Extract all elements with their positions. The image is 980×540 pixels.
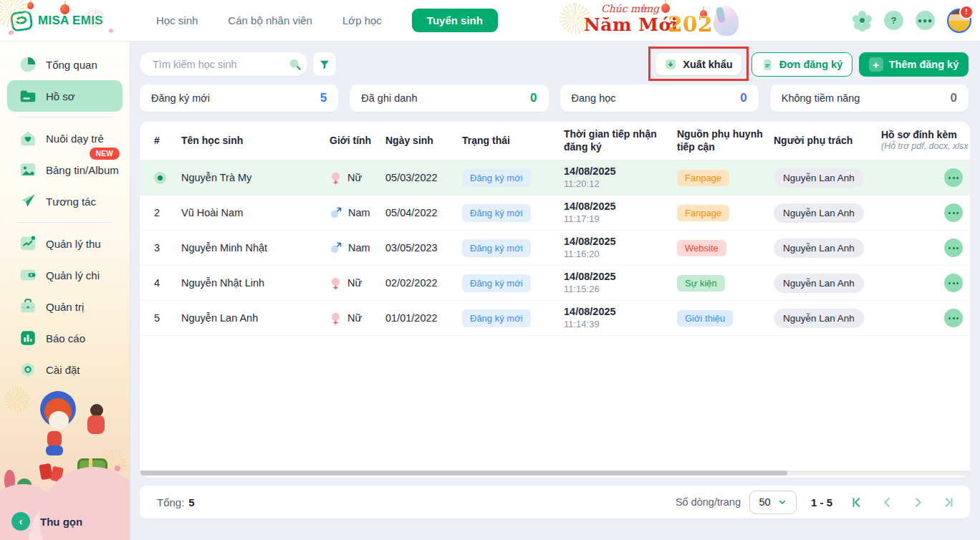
plus-icon: + bbox=[869, 57, 883, 72]
row-actions-button[interactable] bbox=[944, 203, 963, 222]
lantern-decoration bbox=[27, 2, 34, 9]
status-card-studying[interactable]: Đang học 0 bbox=[560, 85, 759, 112]
sidebar-item-bảng-tin-album[interactable]: Bảng tin/AlbumNEW bbox=[7, 154, 123, 185]
date-of-birth: 05/03/2022 bbox=[380, 172, 458, 183]
column-header: Tên học sinh bbox=[176, 135, 319, 148]
attachment-header-note: (Hỗ trợ pdf, docx, xlsx bbox=[881, 141, 970, 153]
registration-time: 11:15:26 bbox=[564, 284, 616, 296]
horizontal-scrollbar[interactable] bbox=[140, 471, 970, 476]
table-row[interactable]: 2Vũ Hoài NamNam05/04/2022Đăng ký mới14/0… bbox=[140, 196, 970, 231]
row-actions-button[interactable] bbox=[944, 168, 963, 187]
assignee-badge: Nguyễn Lan Anh bbox=[774, 168, 864, 188]
notification-badge: ! bbox=[959, 5, 974, 19]
row-actions-button[interactable] bbox=[944, 238, 963, 257]
petal-decoration bbox=[108, 28, 114, 34]
nav-tab[interactable]: Lớp học bbox=[342, 14, 382, 26]
registration-form-button[interactable]: Đơn đăng ký bbox=[751, 52, 852, 77]
rows-per-page-value: 50 bbox=[759, 496, 770, 508]
status-badge: Đăng ký mới bbox=[462, 204, 531, 222]
registration-time-cell: 14/08/202511:17:19 bbox=[559, 200, 673, 226]
table-row[interactable]: 5Nguyễn Lan AnhNữ01/01/2022Đăng ký mới14… bbox=[140, 301, 970, 336]
student-name[interactable]: Nguyễn Lan Anh bbox=[176, 312, 319, 324]
sidebar-collapse-button[interactable]: ‹ Thu gọn bbox=[0, 508, 130, 534]
table-row[interactable]: 4Nguyễn Nhật LinhNữ02/02/2022Đăng ký mới… bbox=[140, 266, 970, 301]
lion-dance-illustration bbox=[49, 411, 69, 430]
status-card-enrolled[interactable]: Đã ghi danh 0 bbox=[350, 85, 548, 112]
greeting-line1: Chúc mừng bbox=[601, 3, 659, 14]
status-cards: Đăng ký mới 5 Đã ghi danh 0 Đang học 0 K… bbox=[140, 85, 969, 112]
registration-date: 14/08/2025 bbox=[564, 235, 616, 249]
date-of-birth: 05/04/2022 bbox=[380, 207, 458, 218]
bar-chart-icon bbox=[19, 329, 37, 347]
last-page-button[interactable] bbox=[942, 496, 956, 509]
table-row[interactable]: 3Nguyễn Minh NhậtNam03/05/2023Đăng ký mớ… bbox=[140, 231, 970, 266]
date-of-birth: 02/02/2022 bbox=[380, 277, 458, 289]
student-name[interactable]: Nguyễn Minh Nhật bbox=[176, 242, 319, 254]
registration-date: 14/08/2025 bbox=[564, 270, 616, 284]
student-name[interactable]: Vũ Hoài Nam bbox=[176, 207, 319, 218]
registration-date: 14/08/2025 bbox=[564, 165, 616, 178]
female-icon bbox=[330, 311, 342, 326]
student-name[interactable]: Nguyễn Trà My bbox=[176, 172, 319, 183]
sidebar-item-label: Báo cáo bbox=[46, 332, 85, 344]
chevron-down-icon bbox=[777, 497, 787, 507]
add-registration-button[interactable]: + Thêm đăng ký bbox=[859, 52, 969, 77]
next-page-button[interactable] bbox=[911, 496, 925, 509]
sidebar-item-tương-tác[interactable]: Tương tác bbox=[7, 185, 123, 217]
filter-button[interactable] bbox=[313, 52, 336, 76]
add-registration-label: Thêm đăng ký bbox=[889, 59, 959, 70]
status-card-value: 0 bbox=[530, 91, 537, 105]
search-input[interactable] bbox=[151, 58, 288, 71]
status-badge: Đăng ký mới bbox=[462, 169, 531, 187]
sidebar-item-tổng-quan[interactable]: Tổng quan bbox=[7, 49, 123, 80]
search-icon[interactable] bbox=[288, 57, 302, 72]
table-row[interactable]: Nguyễn Trà MyNữ05/03/2022Đăng ký mới14/0… bbox=[140, 160, 970, 196]
male-icon bbox=[330, 241, 342, 254]
horse-mascot-illustration bbox=[714, 6, 739, 36]
column-header: Thời gian tiếp nhận đăng ký bbox=[559, 128, 673, 153]
rows-per-page-select[interactable]: 50 bbox=[749, 491, 797, 514]
status-card-new[interactable]: Đăng ký mới 5 bbox=[140, 85, 338, 112]
sidebar-item-báo-cáo[interactable]: Báo cáo bbox=[7, 322, 123, 354]
assignee-cell: Nguyễn Lan Anh bbox=[770, 168, 878, 188]
avatar[interactable]: ! bbox=[947, 9, 971, 33]
firework-decoration bbox=[4, 387, 30, 413]
sidebar-item-quản-trị[interactable]: Quản trị bbox=[7, 291, 123, 322]
gender-cell: Nam bbox=[319, 241, 380, 254]
more-menu-icon[interactable]: ●●● bbox=[916, 11, 935, 30]
help-icon[interactable]: ? bbox=[884, 11, 903, 30]
source-cell: Sự kiện bbox=[673, 275, 770, 291]
sidebar-divider bbox=[17, 222, 112, 223]
nav-tab[interactable]: Cán bộ nhân viên bbox=[228, 14, 312, 26]
status-card-nopotential[interactable]: Không tiềm năng 0 bbox=[770, 85, 969, 112]
status-cell: Đăng ký mới bbox=[458, 274, 559, 292]
student-name[interactable]: Nguyễn Nhật Linh bbox=[176, 277, 319, 289]
scrollbar-thumb[interactable] bbox=[140, 471, 787, 476]
attachment-cell bbox=[878, 168, 970, 187]
sidebar-item-label: Quản trị bbox=[46, 301, 84, 313]
annotation-highlight-box bbox=[648, 47, 749, 81]
first-page-button[interactable] bbox=[850, 496, 863, 509]
new-badge: NEW bbox=[90, 148, 120, 160]
assignee-cell: Nguyễn Lan Anh bbox=[770, 238, 878, 258]
sidebar-item-label: Cài đặt bbox=[46, 364, 80, 376]
nav-tab[interactable]: Tuyển sinh bbox=[412, 9, 498, 32]
source-badge: Fanpage bbox=[677, 170, 729, 186]
status-card-label: Đang học bbox=[572, 92, 616, 104]
revenue-chart-icon bbox=[19, 234, 37, 253]
row-index-cell: 5 bbox=[140, 312, 176, 324]
prev-page-button[interactable] bbox=[880, 496, 894, 509]
home-heart-icon bbox=[19, 129, 37, 148]
nav-tab[interactable]: Học sinh bbox=[156, 14, 198, 26]
apps-flower-icon[interactable] bbox=[852, 11, 872, 30]
registration-time: 11:14:39 bbox=[564, 319, 616, 331]
sidebar-divider bbox=[17, 117, 112, 117]
registration-time-cell: 14/08/202511:14:39 bbox=[559, 305, 673, 331]
sidebar-item-hồ-sơ[interactable]: Hồ sơ bbox=[7, 80, 123, 112]
row-actions-button[interactable] bbox=[944, 309, 963, 327]
child-illustration bbox=[47, 431, 62, 447]
sidebar-item-quản-lý-thu[interactable]: Quản lý thu bbox=[7, 228, 123, 259]
sidebar-item-quản-lý-chi[interactable]: Quản lý chi bbox=[7, 259, 123, 291]
row-actions-button[interactable] bbox=[944, 274, 963, 292]
sidebar-item-cài-đặt[interactable]: Cài đặt bbox=[7, 354, 123, 385]
